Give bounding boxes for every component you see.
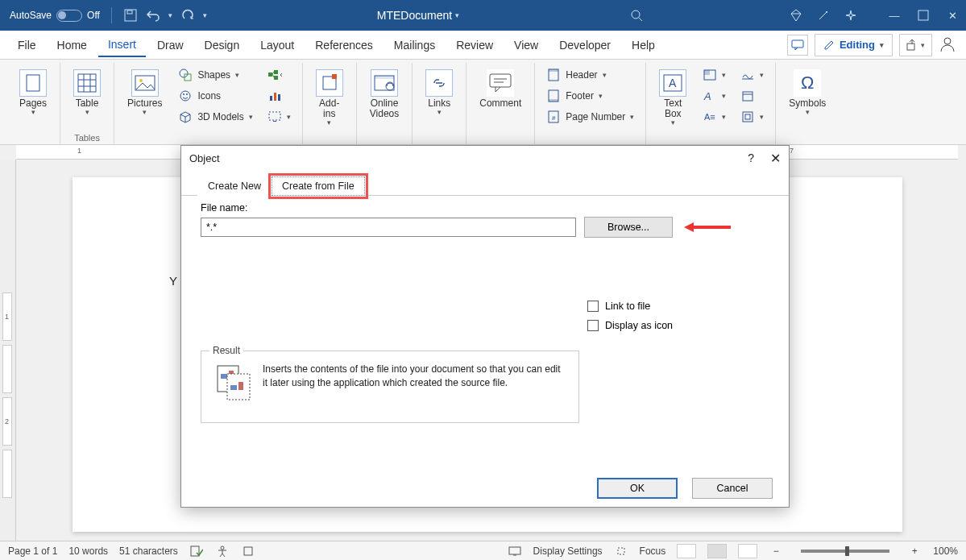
macro-icon[interactable] (241, 544, 255, 558)
account-icon[interactable] (939, 35, 958, 55)
annotation-arrow-icon (684, 219, 732, 235)
object-button[interactable]: ▾ (737, 108, 767, 126)
page-number-button[interactable]: #Page Number▾ (543, 108, 637, 126)
header-button[interactable]: Header▾ (543, 66, 637, 84)
browse-button[interactable]: Browse... (584, 217, 673, 238)
table-button[interactable]: Table▾ (68, 66, 106, 120)
display-as-icon-checkbox[interactable]: Display as icon (587, 320, 673, 331)
autosave-toggle[interactable]: AutoSave Off (10, 10, 100, 22)
focus-button[interactable]: Focus (640, 545, 666, 557)
online-videos-button[interactable]: OnlineVideos (365, 66, 404, 122)
comment-button[interactable]: Comment (475, 66, 526, 112)
chart-button[interactable] (264, 87, 294, 105)
undo-dropdown-icon[interactable]: ▾ (168, 11, 172, 19)
wordart-button[interactable]: A▾ (699, 87, 729, 105)
zoom-level[interactable]: 100% (933, 545, 958, 557)
zoom-in-icon[interactable]: + (907, 544, 922, 558)
close-icon[interactable]: ✕ (945, 8, 960, 23)
svg-rect-11 (78, 74, 96, 92)
group-pages: Pages▾ (6, 63, 60, 144)
accessibility-icon[interactable] (215, 544, 230, 558)
redo-icon[interactable] (180, 8, 195, 23)
svg-rect-8 (907, 44, 914, 50)
page-indicator[interactable]: Page 1 of 1 (8, 545, 57, 557)
tab-developer[interactable]: Developer (549, 34, 620, 56)
cancel-button[interactable]: Cancel (692, 478, 773, 499)
wand-icon[interactable] (816, 8, 831, 23)
tab-mailings[interactable]: Mailings (384, 34, 445, 56)
textbox-icon: A (659, 69, 686, 97)
save-icon[interactable] (123, 8, 138, 23)
file-name-input[interactable] (201, 218, 576, 237)
tab-file[interactable]: File (8, 34, 46, 56)
tab-design[interactable]: Design (195, 34, 250, 56)
dialog-titlebar[interactable]: Object ? ✕ (181, 146, 789, 170)
tab-view[interactable]: View (504, 34, 548, 56)
shapes-button[interactable]: Shapes▾ (175, 66, 255, 84)
pictures-button[interactable]: Pictures▾ (122, 66, 167, 120)
read-mode-view-button[interactable] (677, 544, 696, 558)
zoom-slider[interactable] (801, 550, 889, 553)
3d-models-button[interactable]: 3D Models▾ (175, 108, 255, 126)
svg-rect-52 (743, 92, 752, 101)
web-layout-view-button[interactable] (738, 544, 757, 558)
tab-home[interactable]: Home (48, 34, 97, 56)
symbols-button[interactable]: Ω Symbols▾ (784, 66, 831, 120)
text-box-button[interactable]: A TextBox▾ (654, 66, 691, 131)
screenshot-button[interactable]: ▾ (264, 108, 294, 126)
display-settings-button[interactable]: Display Settings (533, 545, 603, 557)
toggle-off-icon (56, 10, 82, 22)
shapes-icon (178, 68, 193, 82)
ribbon: Pages▾ Table▾ Tables Pictures▾ Shapes▾ I… (0, 60, 966, 145)
links-button[interactable]: Links▾ (421, 66, 458, 120)
doc-title-dropdown-icon[interactable]: ▾ (455, 11, 459, 19)
svg-rect-24 (274, 70, 278, 74)
tab-layout[interactable]: Layout (251, 34, 304, 56)
close-icon[interactable]: ✕ (770, 151, 781, 166)
tab-create-new[interactable]: Create New (197, 176, 272, 196)
maximize-icon[interactable] (916, 8, 931, 23)
chevron-down-icon: ▾ (921, 41, 925, 49)
tab-create-from-file[interactable]: Create from File (272, 176, 365, 196)
signature-button[interactable]: ▾ (737, 66, 767, 84)
icons-button[interactable]: Icons (175, 87, 255, 105)
tab-review[interactable]: Review (446, 34, 503, 56)
comments-pane-button[interactable] (787, 35, 808, 56)
char-count[interactable]: 51 characters (119, 545, 178, 557)
vertical-ruler[interactable]: 1 2 (0, 160, 16, 541)
svg-point-2 (632, 10, 640, 19)
zoom-out-icon[interactable]: − (769, 544, 783, 558)
svg-rect-27 (274, 93, 276, 101)
link-to-file-checkbox[interactable]: Link to file (587, 301, 673, 312)
ok-button[interactable]: OK (597, 478, 678, 499)
dropcap-button[interactable]: A≡▾ (699, 108, 729, 126)
minimize-icon[interactable]: — (887, 8, 902, 23)
quickparts-button[interactable]: ▾ (699, 66, 729, 84)
share-button[interactable]: ▾ (899, 34, 932, 56)
footer-icon (546, 89, 561, 103)
diamond-icon[interactable] (789, 8, 803, 23)
embed-doc-icon (213, 363, 253, 403)
editing-mode-button[interactable]: Editing ▾ (815, 34, 893, 56)
word-count[interactable]: 10 words (68, 545, 108, 557)
smartart-button[interactable] (264, 66, 294, 84)
addins-button[interactable]: Add-ins▾ (311, 66, 348, 131)
dialog-tabs: Create New Create from File (181, 170, 789, 196)
print-layout-view-button[interactable] (707, 544, 727, 558)
svg-rect-32 (332, 74, 337, 79)
omega-icon: Ω (794, 69, 821, 97)
tab-draw[interactable]: Draw (147, 34, 193, 56)
search-icon[interactable] (629, 8, 644, 23)
tab-help[interactable]: Help (622, 34, 665, 56)
help-icon[interactable]: ? (748, 151, 754, 164)
footer-button[interactable]: Footer▾ (543, 87, 637, 105)
tab-insert[interactable]: Insert (98, 33, 146, 57)
sparkle-icon[interactable] (844, 8, 858, 23)
tab-references[interactable]: References (305, 34, 383, 56)
pages-button[interactable]: Pages▾ (15, 66, 52, 120)
spellcheck-icon[interactable] (189, 544, 204, 558)
undo-icon[interactable] (146, 8, 160, 23)
display-settings-icon (508, 544, 522, 558)
date-time-button[interactable] (737, 87, 767, 105)
ruler-tick: 7 (790, 147, 794, 155)
